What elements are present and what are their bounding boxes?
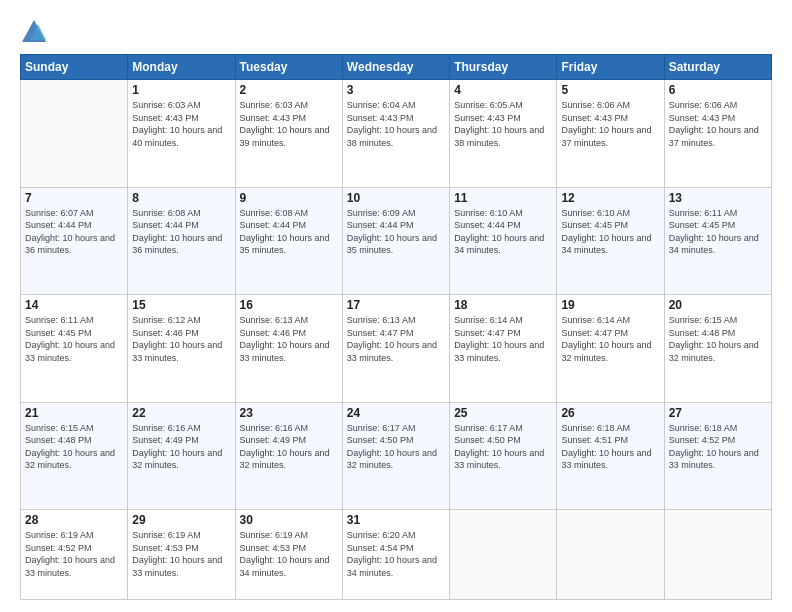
- day-info: Sunrise: 6:17 AMSunset: 4:50 PMDaylight:…: [454, 422, 552, 472]
- day-number: 16: [240, 298, 338, 312]
- day-number: 9: [240, 191, 338, 205]
- calendar-day-cell: 27Sunrise: 6:18 AMSunset: 4:52 PMDayligh…: [664, 402, 771, 510]
- calendar-day-cell: 8Sunrise: 6:08 AMSunset: 4:44 PMDaylight…: [128, 187, 235, 295]
- calendar-day-cell: [21, 80, 128, 188]
- header: [20, 18, 772, 46]
- day-info: Sunrise: 6:14 AMSunset: 4:47 PMDaylight:…: [454, 314, 552, 364]
- calendar-day-cell: 19Sunrise: 6:14 AMSunset: 4:47 PMDayligh…: [557, 295, 664, 403]
- calendar-day-cell: 14Sunrise: 6:11 AMSunset: 4:45 PMDayligh…: [21, 295, 128, 403]
- day-info: Sunrise: 6:19 AMSunset: 4:53 PMDaylight:…: [240, 529, 338, 579]
- calendar-table: SundayMondayTuesdayWednesdayThursdayFrid…: [20, 54, 772, 600]
- day-info: Sunrise: 6:04 AMSunset: 4:43 PMDaylight:…: [347, 99, 445, 149]
- day-info: Sunrise: 6:20 AMSunset: 4:54 PMDaylight:…: [347, 529, 445, 579]
- day-number: 1: [132, 83, 230, 97]
- day-number: 7: [25, 191, 123, 205]
- day-info: Sunrise: 6:15 AMSunset: 4:48 PMDaylight:…: [25, 422, 123, 472]
- weekday-header-saturday: Saturday: [664, 55, 771, 80]
- weekday-header-wednesday: Wednesday: [342, 55, 449, 80]
- day-number: 4: [454, 83, 552, 97]
- calendar-day-cell: 30Sunrise: 6:19 AMSunset: 4:53 PMDayligh…: [235, 510, 342, 600]
- day-info: Sunrise: 6:10 AMSunset: 4:45 PMDaylight:…: [561, 207, 659, 257]
- day-info: Sunrise: 6:13 AMSunset: 4:47 PMDaylight:…: [347, 314, 445, 364]
- calendar-header-row: SundayMondayTuesdayWednesdayThursdayFrid…: [21, 55, 772, 80]
- day-number: 20: [669, 298, 767, 312]
- day-number: 11: [454, 191, 552, 205]
- calendar-week-row: 14Sunrise: 6:11 AMSunset: 4:45 PMDayligh…: [21, 295, 772, 403]
- calendar-day-cell: 15Sunrise: 6:12 AMSunset: 4:46 PMDayligh…: [128, 295, 235, 403]
- calendar-week-row: 7Sunrise: 6:07 AMSunset: 4:44 PMDaylight…: [21, 187, 772, 295]
- day-number: 27: [669, 406, 767, 420]
- calendar-day-cell: 29Sunrise: 6:19 AMSunset: 4:53 PMDayligh…: [128, 510, 235, 600]
- day-info: Sunrise: 6:06 AMSunset: 4:43 PMDaylight:…: [669, 99, 767, 149]
- day-info: Sunrise: 6:11 AMSunset: 4:45 PMDaylight:…: [669, 207, 767, 257]
- logo: [20, 18, 52, 46]
- weekday-header-thursday: Thursday: [450, 55, 557, 80]
- day-info: Sunrise: 6:12 AMSunset: 4:46 PMDaylight:…: [132, 314, 230, 364]
- calendar-day-cell: 20Sunrise: 6:15 AMSunset: 4:48 PMDayligh…: [664, 295, 771, 403]
- calendar-day-cell: 6Sunrise: 6:06 AMSunset: 4:43 PMDaylight…: [664, 80, 771, 188]
- calendar-day-cell: 1Sunrise: 6:03 AMSunset: 4:43 PMDaylight…: [128, 80, 235, 188]
- calendar-day-cell: 13Sunrise: 6:11 AMSunset: 4:45 PMDayligh…: [664, 187, 771, 295]
- day-number: 24: [347, 406, 445, 420]
- day-number: 3: [347, 83, 445, 97]
- day-number: 2: [240, 83, 338, 97]
- calendar-day-cell: 4Sunrise: 6:05 AMSunset: 4:43 PMDaylight…: [450, 80, 557, 188]
- day-info: Sunrise: 6:03 AMSunset: 4:43 PMDaylight:…: [240, 99, 338, 149]
- calendar-day-cell: 18Sunrise: 6:14 AMSunset: 4:47 PMDayligh…: [450, 295, 557, 403]
- day-info: Sunrise: 6:15 AMSunset: 4:48 PMDaylight:…: [669, 314, 767, 364]
- weekday-header-monday: Monday: [128, 55, 235, 80]
- day-number: 13: [669, 191, 767, 205]
- calendar-day-cell: 11Sunrise: 6:10 AMSunset: 4:44 PMDayligh…: [450, 187, 557, 295]
- calendar-day-cell: 24Sunrise: 6:17 AMSunset: 4:50 PMDayligh…: [342, 402, 449, 510]
- day-number: 26: [561, 406, 659, 420]
- calendar-day-cell: 26Sunrise: 6:18 AMSunset: 4:51 PMDayligh…: [557, 402, 664, 510]
- calendar-day-cell: 12Sunrise: 6:10 AMSunset: 4:45 PMDayligh…: [557, 187, 664, 295]
- day-info: Sunrise: 6:13 AMSunset: 4:46 PMDaylight:…: [240, 314, 338, 364]
- day-info: Sunrise: 6:11 AMSunset: 4:45 PMDaylight:…: [25, 314, 123, 364]
- day-number: 12: [561, 191, 659, 205]
- day-info: Sunrise: 6:16 AMSunset: 4:49 PMDaylight:…: [132, 422, 230, 472]
- calendar-day-cell: 9Sunrise: 6:08 AMSunset: 4:44 PMDaylight…: [235, 187, 342, 295]
- calendar-day-cell: [557, 510, 664, 600]
- day-number: 17: [347, 298, 445, 312]
- day-number: 18: [454, 298, 552, 312]
- calendar-day-cell: 25Sunrise: 6:17 AMSunset: 4:50 PMDayligh…: [450, 402, 557, 510]
- day-number: 10: [347, 191, 445, 205]
- calendar-day-cell: 5Sunrise: 6:06 AMSunset: 4:43 PMDaylight…: [557, 80, 664, 188]
- day-info: Sunrise: 6:03 AMSunset: 4:43 PMDaylight:…: [132, 99, 230, 149]
- day-info: Sunrise: 6:08 AMSunset: 4:44 PMDaylight:…: [132, 207, 230, 257]
- day-number: 21: [25, 406, 123, 420]
- weekday-header-tuesday: Tuesday: [235, 55, 342, 80]
- calendar-day-cell: 28Sunrise: 6:19 AMSunset: 4:52 PMDayligh…: [21, 510, 128, 600]
- day-number: 14: [25, 298, 123, 312]
- day-info: Sunrise: 6:18 AMSunset: 4:51 PMDaylight:…: [561, 422, 659, 472]
- day-info: Sunrise: 6:05 AMSunset: 4:43 PMDaylight:…: [454, 99, 552, 149]
- calendar-day-cell: 2Sunrise: 6:03 AMSunset: 4:43 PMDaylight…: [235, 80, 342, 188]
- day-number: 15: [132, 298, 230, 312]
- day-info: Sunrise: 6:19 AMSunset: 4:53 PMDaylight:…: [132, 529, 230, 579]
- calendar-week-row: 21Sunrise: 6:15 AMSunset: 4:48 PMDayligh…: [21, 402, 772, 510]
- day-number: 31: [347, 513, 445, 527]
- day-number: 28: [25, 513, 123, 527]
- day-number: 25: [454, 406, 552, 420]
- page: SundayMondayTuesdayWednesdayThursdayFrid…: [0, 0, 792, 612]
- day-number: 5: [561, 83, 659, 97]
- day-info: Sunrise: 6:17 AMSunset: 4:50 PMDaylight:…: [347, 422, 445, 472]
- day-number: 22: [132, 406, 230, 420]
- day-info: Sunrise: 6:19 AMSunset: 4:52 PMDaylight:…: [25, 529, 123, 579]
- calendar-week-row: 28Sunrise: 6:19 AMSunset: 4:52 PMDayligh…: [21, 510, 772, 600]
- calendar-day-cell: 22Sunrise: 6:16 AMSunset: 4:49 PMDayligh…: [128, 402, 235, 510]
- day-number: 19: [561, 298, 659, 312]
- calendar-day-cell: 17Sunrise: 6:13 AMSunset: 4:47 PMDayligh…: [342, 295, 449, 403]
- calendar-day-cell: 16Sunrise: 6:13 AMSunset: 4:46 PMDayligh…: [235, 295, 342, 403]
- day-number: 6: [669, 83, 767, 97]
- weekday-header-sunday: Sunday: [21, 55, 128, 80]
- day-info: Sunrise: 6:10 AMSunset: 4:44 PMDaylight:…: [454, 207, 552, 257]
- weekday-header-friday: Friday: [557, 55, 664, 80]
- day-info: Sunrise: 6:16 AMSunset: 4:49 PMDaylight:…: [240, 422, 338, 472]
- calendar-day-cell: 3Sunrise: 6:04 AMSunset: 4:43 PMDaylight…: [342, 80, 449, 188]
- day-info: Sunrise: 6:18 AMSunset: 4:52 PMDaylight:…: [669, 422, 767, 472]
- day-number: 8: [132, 191, 230, 205]
- day-number: 29: [132, 513, 230, 527]
- day-number: 23: [240, 406, 338, 420]
